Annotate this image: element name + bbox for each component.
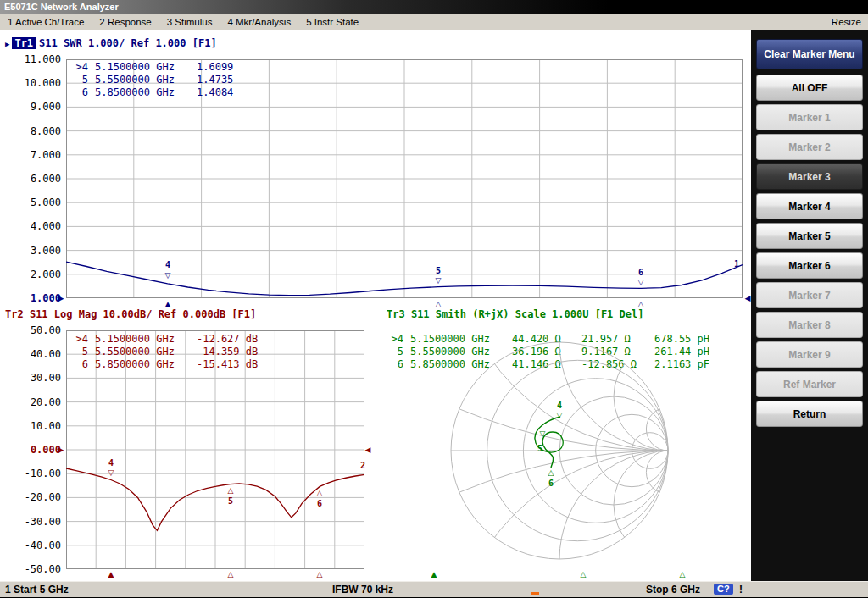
tr2-marker-row: >45.1500000 GHz-12.627 dB [71,333,258,345]
axis-tick-label: -10.00 [25,468,61,479]
axis-tick-label: 11.000 [25,53,61,65]
tr3-header: Tr3 S11 Smith (R+jX) Scale 1.000U [F1 De… [387,308,643,320]
smith-chart-svg[interactable] [370,320,751,574]
tr3-stimulus-marker6-icon: △ [680,571,686,579]
tr3-stimulus-marker5-icon: △ [581,571,587,579]
axis-tick-label: -20.00 [25,491,61,503]
status-stop-frequency: Stop 6 GHz [646,582,700,597]
axis-tick-label: 8.000 [31,125,61,137]
tr1-marker5-number: 5 [436,266,441,275]
tr1-marker5-triangle-icon: ▽ [436,277,442,285]
tr1-format-label: S11 SWR 1.000/ Ref 1.000 [F1] [39,37,217,49]
status-alert: ! [739,582,743,597]
tr3-marker6-number: 6 [548,479,554,488]
status-ifbw: IFBW 70 kHz [332,582,393,597]
tr3-marker5-triangle-icon: ▽ [540,430,546,438]
softkey-marker-8[interactable]: Marker 8 [756,312,863,338]
softkey-return[interactable]: Return [756,401,863,427]
softkey-ref-marker[interactable]: Ref Marker [756,371,863,397]
softkey-marker-6[interactable]: Marker 6 [756,252,863,279]
axis-tick-label: 7.000 [31,149,61,161]
axis-tick-label: 10.00 [31,420,61,432]
axis-tick-label: -50.00 [25,563,61,575]
tr1-trace-number: 1 [734,259,739,269]
softkey-marker-7[interactable]: Marker 7 [756,282,863,308]
axis-tick-label: 3.000 [31,245,61,257]
menu-resize-button[interactable]: Resize [825,17,868,27]
tr1-ref-level-right-icon: ◀ [745,295,751,302]
tr1-stimulus-marker5-icon: △ [436,301,442,308]
tr2-header: Tr2 S11 Log Mag 10.00dB/ Ref 0.000dB [F1… [5,308,256,320]
tr2-ref-level-left-icon: ▶ [58,446,64,454]
tr2-marker4-number: 4 [108,458,114,468]
axis-tick-label: 9.000 [31,101,61,113]
tr2-marker5-number: 5 [228,496,233,506]
tr3-marker4-triangle-icon: ▽ [557,412,563,419]
status-bar: 1 Start 5 GHz IFBW 70 kHz Stop 6 GHz C? … [0,581,868,597]
axis-tick-label: 50.00 [31,324,61,336]
tr2-stimulus-marker4-icon: ▲ [108,571,114,579]
tr1-name-chip[interactable]: Tr1 [12,37,36,49]
menu-instr-state[interactable]: 5 Instr State [298,17,366,27]
softkey-marker-1[interactable]: Marker 1 [756,104,863,130]
menu-mkr-analysis[interactable]: 4 Mkr/Analysis [220,17,298,27]
tr3-stimulus-marker4-icon: ▲ [431,571,437,579]
window-title: E5071C Network Analyzer [4,2,119,12]
tr2-marker6-triangle-icon: △ [317,490,323,497]
indicator-light [531,592,539,595]
tr2-stimulus-marker6-icon: △ [317,571,323,579]
tr2-trace-number: 2 [360,461,365,470]
axis-tick-label: 40.00 [31,348,61,360]
tr1-marker-row: 65.8500000 GHz1.4084 [71,86,233,98]
softkey-marker-9[interactable]: Marker 9 [756,341,863,368]
tr1-ref-level-left-icon: ▶ [58,295,64,302]
tr1-marker4-triangle-icon: ▽ [165,272,171,280]
softkey-marker-2[interactable]: Marker 2 [756,134,863,160]
axis-tick-label: 0.000 [31,444,61,456]
tr2-ref-level-right-icon: ◀ [365,446,371,454]
tr1-stimulus-marker4-icon: ▲ [165,301,171,308]
axis-tick-label: -30.00 [25,516,61,528]
tr2-marker5-triangle-icon: △ [228,487,234,495]
axis-tick-label: 10.000 [25,77,61,89]
axis-tick-label: 2.000 [31,269,61,280]
tr2-marker-row: 65.8500000 GHz-15.413 dB [71,358,258,370]
tr1-active-arrow-icon: ▶ [5,40,9,48]
axis-tick-label: -40.00 [25,540,61,551]
axis-tick-label: 20.00 [31,396,61,408]
axis-tick-label: 1.000 [31,292,61,304]
tr3-marker5-number: 5 [537,444,542,453]
smith-grid [370,320,751,574]
axis-tick-label: 6.000 [31,173,61,185]
menu-active-ch-trace[interactable]: 1 Active Ch/Trace [0,17,92,27]
status-start-frequency: 1 Start 5 GHz [5,582,69,597]
tr1-stimulus-marker6-icon: △ [638,301,644,308]
tr3-format-label: S11 Smith (R+jX) Scale 1.000U [F1 Del] [411,308,644,320]
softkey-marker-4[interactable]: Marker 4 [756,193,863,219]
tr1-header: ▶Tr1S11 SWR 1.000/ Ref 1.000 [F1] [5,37,217,49]
softkey-menu-title: Clear Marker Menu [756,39,863,69]
softkey-all-off[interactable]: All OFF [756,75,863,101]
softkey-marker-3[interactable]: Marker 3 [756,163,863,190]
menu-response[interactable]: 2 Response [92,17,159,27]
menu-bar: 1 Active Ch/Trace 2 Response 3 Stimulus … [0,14,868,30]
tr1-marker4-number: 4 [165,260,170,269]
tr1-marker6-number: 6 [638,268,643,277]
tr2-marker4-triangle-icon: ▽ [108,469,114,477]
title-bar: E5071C Network Analyzer [0,0,868,14]
tr2-stimulus-marker5-icon: △ [228,571,234,579]
tr1-marker-row: 55.5500000 GHz1.4735 [71,74,233,86]
tr3-marker6-triangle-icon: △ [548,469,554,477]
tr2-marker-row: 55.5500000 GHz-14.359 dB [71,346,258,357]
tr1-marker-row: >45.1500000 GHz1.6099 [71,61,233,73]
status-correction-badge: C? [714,584,733,595]
tr3-trace [535,417,563,468]
tr2-marker6-number: 6 [317,499,322,508]
tr3-marker4-number: 4 [557,401,562,410]
menu-stimulus[interactable]: 3 Stimulus [159,17,220,27]
tr1-marker6-triangle-icon: ▽ [638,279,644,286]
tr2-format-label: S11 Log Mag 10.00dB/ Ref 0.000dB [F1] [30,308,256,320]
softkey-marker-5[interactable]: Marker 5 [756,223,863,249]
axis-tick-label: 4.000 [31,220,61,232]
instrument-screen: E5071C Network Analyzer 1 Active Ch/Trac… [0,0,868,598]
